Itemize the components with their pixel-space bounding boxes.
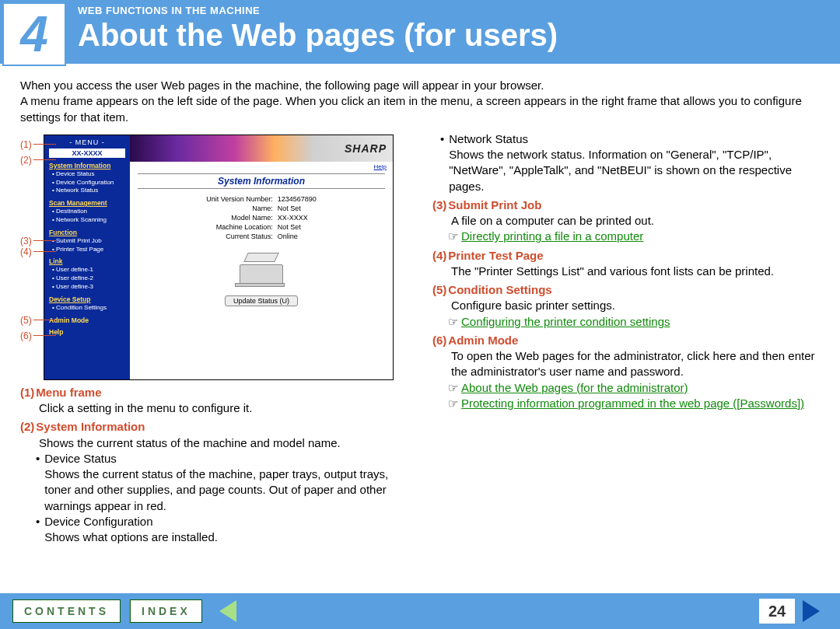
menu-frame: - MENU - XX-XXXX System InformationDevic… xyxy=(44,135,130,379)
callout-1: (1) xyxy=(20,139,32,150)
callout-6: (6) xyxy=(20,330,32,341)
definition-head: (6)Admin Mode xyxy=(432,333,820,348)
page-number: 24 xyxy=(759,599,795,624)
callout-3: (3) xyxy=(20,236,32,246)
cross-reference-link[interactable]: ☞Directly printing a file in a computer xyxy=(448,229,820,244)
definition-body: Configure basic printer settings. xyxy=(451,298,820,313)
system-info-title: System Information xyxy=(138,173,385,189)
menu-group-head[interactable]: System Information xyxy=(49,162,125,169)
definition-head: (1)Menu frame xyxy=(20,385,417,400)
printer-icon xyxy=(238,250,285,285)
menu-item[interactable]: Network Scanning xyxy=(52,216,125,225)
network-status-desc: Shows the network status. Information on… xyxy=(449,147,820,194)
contents-button[interactable]: CONTENTS xyxy=(12,599,121,623)
definition-head: (3)Submit Print Job xyxy=(432,197,820,213)
chapter-number-box: 4 xyxy=(2,2,66,66)
menu-item[interactable]: Condition Settings xyxy=(52,304,125,313)
menu-group-head[interactable]: Device Setup xyxy=(49,295,125,303)
menu-group-head[interactable]: Admin Mode xyxy=(49,316,125,324)
definition-head: (4)Printer Test Page xyxy=(432,248,820,264)
page-footer: CONTENTS INDEX 24 xyxy=(0,593,840,629)
menu-item[interactable]: Printer Test Page xyxy=(52,246,125,254)
section-label: WEB FUNCTIONS IN THE MACHINE xyxy=(78,5,558,16)
brand-logo: SHARP xyxy=(345,142,387,155)
next-page-arrow[interactable] xyxy=(803,600,820,622)
list-item: •Device StatusShows the current status o… xyxy=(36,451,417,514)
callout-column: (1) (2) (3) (4) (5) (6) xyxy=(20,135,39,380)
menu-group-head[interactable]: Function xyxy=(49,229,125,236)
menu-item[interactable]: Device Configuration xyxy=(52,179,125,187)
update-status-button[interactable]: Update Status (U) xyxy=(225,295,298,306)
content-frame: SHARP Help System Information Unit Versi… xyxy=(130,135,393,379)
prev-page-arrow[interactable] xyxy=(219,600,236,622)
menu-group-head[interactable]: Help xyxy=(49,328,125,336)
menu-item[interactable]: Network Status xyxy=(52,187,125,195)
page-header: 4 WEB FUNCTIONS IN THE MACHINE About the… xyxy=(0,0,840,64)
chapter-number: 4 xyxy=(20,9,48,59)
menu-group-head[interactable]: Scan Management xyxy=(49,199,125,207)
definition-head: (5)Condition Settings xyxy=(432,282,820,298)
intro-text: When you access the user Web pages in th… xyxy=(0,64,840,131)
definition-body: To open the Web pages for the administra… xyxy=(451,348,820,380)
menu-item[interactable]: Device Status xyxy=(52,170,125,179)
info-table: Unit Version Number:1234567890Name:Not S… xyxy=(205,194,318,242)
cross-reference-link[interactable]: ☞About the Web pages (for the administra… xyxy=(448,380,820,396)
definition-body: The "Printer Settings List" and various … xyxy=(451,264,820,279)
definition-body: Click a setting in the menu to configure… xyxy=(39,400,417,416)
callout-4: (4) xyxy=(20,246,32,257)
definition-head: (2)System Information xyxy=(20,419,417,435)
callout-2: (2) xyxy=(20,155,32,166)
menu-item[interactable]: Destination xyxy=(52,208,125,216)
menu-item[interactable]: Submit Print Job xyxy=(52,237,125,246)
definition-body: A file on a computer can be printed out. xyxy=(451,213,820,229)
header-text: WEB FUNCTIONS IN THE MACHINE About the W… xyxy=(66,0,558,53)
brand-banner: SHARP xyxy=(130,135,393,162)
list-item: •Device ConfigurationShows what options … xyxy=(36,514,417,546)
callout-5: (5) xyxy=(20,315,32,326)
menu-item[interactable]: User define-1 xyxy=(52,266,125,274)
cross-reference-link[interactable]: ☞Configuring the printer condition setti… xyxy=(448,314,820,330)
menu-item[interactable]: User define-3 xyxy=(52,283,125,292)
model-name: XX-XXXX xyxy=(49,149,125,158)
page-title: About the Web pages (for users) xyxy=(78,18,558,53)
help-link[interactable]: Help xyxy=(130,162,393,172)
network-status-title: Network Status xyxy=(449,131,820,147)
cross-reference-link[interactable]: ☞Protecting information programmed in th… xyxy=(448,396,820,411)
definition-body: Shows the current status of the machine … xyxy=(39,435,417,451)
embedded-screenshot: - MENU - XX-XXXX System InformationDevic… xyxy=(44,135,394,380)
index-button[interactable]: INDEX xyxy=(130,599,202,623)
list-item: • Network Status Shows the network statu… xyxy=(440,131,820,194)
menu-group-head[interactable]: Link xyxy=(49,257,125,265)
menu-label: - MENU - xyxy=(49,138,125,146)
menu-item[interactable]: User define-2 xyxy=(52,274,125,283)
